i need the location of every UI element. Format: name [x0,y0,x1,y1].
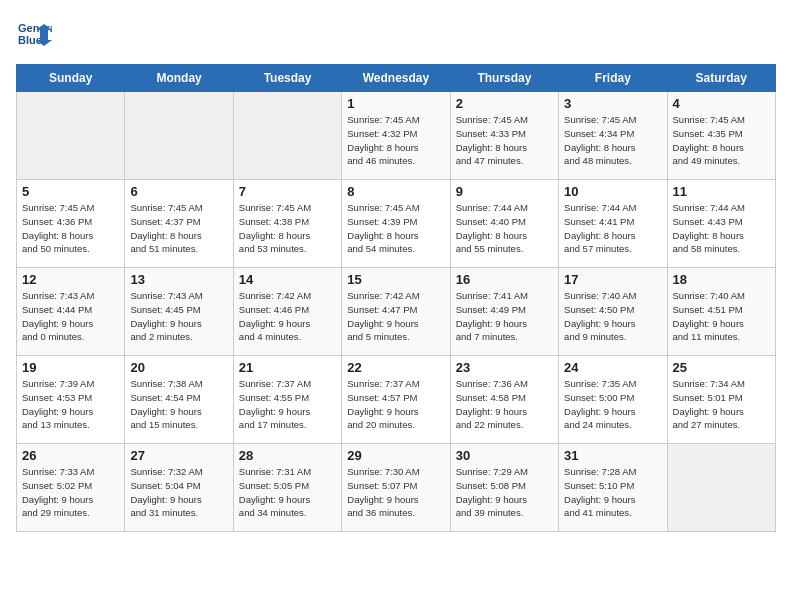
calendar-cell: 18Sunrise: 7:40 AM Sunset: 4:51 PM Dayli… [667,268,775,356]
calendar-week-3: 12Sunrise: 7:43 AM Sunset: 4:44 PM Dayli… [17,268,776,356]
calendar-cell [125,92,233,180]
day-info: Sunrise: 7:32 AM Sunset: 5:04 PM Dayligh… [130,465,227,520]
calendar-cell: 19Sunrise: 7:39 AM Sunset: 4:53 PM Dayli… [17,356,125,444]
day-info: Sunrise: 7:44 AM Sunset: 4:40 PM Dayligh… [456,201,553,256]
calendar-cell: 30Sunrise: 7:29 AM Sunset: 5:08 PM Dayli… [450,444,558,532]
calendar-cell: 28Sunrise: 7:31 AM Sunset: 5:05 PM Dayli… [233,444,341,532]
day-info: Sunrise: 7:43 AM Sunset: 4:45 PM Dayligh… [130,289,227,344]
calendar-week-1: 1Sunrise: 7:45 AM Sunset: 4:32 PM Daylig… [17,92,776,180]
day-info: Sunrise: 7:44 AM Sunset: 4:41 PM Dayligh… [564,201,661,256]
calendar-cell: 31Sunrise: 7:28 AM Sunset: 5:10 PM Dayli… [559,444,667,532]
day-info: Sunrise: 7:34 AM Sunset: 5:01 PM Dayligh… [673,377,770,432]
calendar-cell [17,92,125,180]
day-info: Sunrise: 7:45 AM Sunset: 4:34 PM Dayligh… [564,113,661,168]
day-number: 8 [347,184,444,199]
calendar-cell: 13Sunrise: 7:43 AM Sunset: 4:45 PM Dayli… [125,268,233,356]
day-info: Sunrise: 7:45 AM Sunset: 4:35 PM Dayligh… [673,113,770,168]
day-info: Sunrise: 7:42 AM Sunset: 4:47 PM Dayligh… [347,289,444,344]
day-info: Sunrise: 7:29 AM Sunset: 5:08 PM Dayligh… [456,465,553,520]
day-number: 28 [239,448,336,463]
calendar-cell [233,92,341,180]
day-number: 13 [130,272,227,287]
day-number: 2 [456,96,553,111]
calendar-week-5: 26Sunrise: 7:33 AM Sunset: 5:02 PM Dayli… [17,444,776,532]
day-number: 10 [564,184,661,199]
day-info: Sunrise: 7:45 AM Sunset: 4:32 PM Dayligh… [347,113,444,168]
calendar-week-2: 5Sunrise: 7:45 AM Sunset: 4:36 PM Daylig… [17,180,776,268]
day-info: Sunrise: 7:45 AM Sunset: 4:36 PM Dayligh… [22,201,119,256]
day-info: Sunrise: 7:31 AM Sunset: 5:05 PM Dayligh… [239,465,336,520]
calendar-cell: 29Sunrise: 7:30 AM Sunset: 5:07 PM Dayli… [342,444,450,532]
weekday-header-friday: Friday [559,65,667,92]
day-number: 26 [22,448,119,463]
weekday-header-sunday: Sunday [17,65,125,92]
weekday-header-monday: Monday [125,65,233,92]
day-info: Sunrise: 7:43 AM Sunset: 4:44 PM Dayligh… [22,289,119,344]
calendar-cell: 17Sunrise: 7:40 AM Sunset: 4:50 PM Dayli… [559,268,667,356]
day-info: Sunrise: 7:41 AM Sunset: 4:49 PM Dayligh… [456,289,553,344]
calendar-cell: 11Sunrise: 7:44 AM Sunset: 4:43 PM Dayli… [667,180,775,268]
day-number: 9 [456,184,553,199]
calendar-cell: 7Sunrise: 7:45 AM Sunset: 4:38 PM Daylig… [233,180,341,268]
calendar-cell: 10Sunrise: 7:44 AM Sunset: 4:41 PM Dayli… [559,180,667,268]
day-number: 30 [456,448,553,463]
day-info: Sunrise: 7:39 AM Sunset: 4:53 PM Dayligh… [22,377,119,432]
logo-icon: General Blue [16,16,52,52]
calendar-cell: 3Sunrise: 7:45 AM Sunset: 4:34 PM Daylig… [559,92,667,180]
day-info: Sunrise: 7:33 AM Sunset: 5:02 PM Dayligh… [22,465,119,520]
day-info: Sunrise: 7:30 AM Sunset: 5:07 PM Dayligh… [347,465,444,520]
day-info: Sunrise: 7:42 AM Sunset: 4:46 PM Dayligh… [239,289,336,344]
weekday-header-saturday: Saturday [667,65,775,92]
calendar-cell: 9Sunrise: 7:44 AM Sunset: 4:40 PM Daylig… [450,180,558,268]
calendar-cell: 15Sunrise: 7:42 AM Sunset: 4:47 PM Dayli… [342,268,450,356]
day-info: Sunrise: 7:40 AM Sunset: 4:50 PM Dayligh… [564,289,661,344]
day-number: 15 [347,272,444,287]
calendar-cell: 6Sunrise: 7:45 AM Sunset: 4:37 PM Daylig… [125,180,233,268]
logo: General Blue [16,16,56,52]
day-number: 22 [347,360,444,375]
calendar-table: SundayMondayTuesdayWednesdayThursdayFrid… [16,64,776,532]
day-number: 27 [130,448,227,463]
day-info: Sunrise: 7:45 AM Sunset: 4:33 PM Dayligh… [456,113,553,168]
day-info: Sunrise: 7:28 AM Sunset: 5:10 PM Dayligh… [564,465,661,520]
weekday-header-thursday: Thursday [450,65,558,92]
day-number: 20 [130,360,227,375]
calendar-cell: 2Sunrise: 7:45 AM Sunset: 4:33 PM Daylig… [450,92,558,180]
page-header: General Blue [16,16,776,52]
day-number: 1 [347,96,444,111]
calendar-cell: 14Sunrise: 7:42 AM Sunset: 4:46 PM Dayli… [233,268,341,356]
calendar-cell: 5Sunrise: 7:45 AM Sunset: 4:36 PM Daylig… [17,180,125,268]
calendar-cell [667,444,775,532]
calendar-cell: 24Sunrise: 7:35 AM Sunset: 5:00 PM Dayli… [559,356,667,444]
day-number: 3 [564,96,661,111]
calendar-cell: 25Sunrise: 7:34 AM Sunset: 5:01 PM Dayli… [667,356,775,444]
calendar-cell: 27Sunrise: 7:32 AM Sunset: 5:04 PM Dayli… [125,444,233,532]
day-number: 11 [673,184,770,199]
day-number: 14 [239,272,336,287]
day-info: Sunrise: 7:35 AM Sunset: 5:00 PM Dayligh… [564,377,661,432]
day-number: 5 [22,184,119,199]
day-info: Sunrise: 7:45 AM Sunset: 4:38 PM Dayligh… [239,201,336,256]
calendar-cell: 23Sunrise: 7:36 AM Sunset: 4:58 PM Dayli… [450,356,558,444]
day-number: 31 [564,448,661,463]
day-info: Sunrise: 7:40 AM Sunset: 4:51 PM Dayligh… [673,289,770,344]
day-info: Sunrise: 7:44 AM Sunset: 4:43 PM Dayligh… [673,201,770,256]
day-info: Sunrise: 7:37 AM Sunset: 4:55 PM Dayligh… [239,377,336,432]
calendar-header: SundayMondayTuesdayWednesdayThursdayFrid… [17,65,776,92]
day-number: 17 [564,272,661,287]
day-number: 21 [239,360,336,375]
day-info: Sunrise: 7:36 AM Sunset: 4:58 PM Dayligh… [456,377,553,432]
day-number: 25 [673,360,770,375]
day-number: 24 [564,360,661,375]
calendar-cell: 16Sunrise: 7:41 AM Sunset: 4:49 PM Dayli… [450,268,558,356]
day-number: 23 [456,360,553,375]
calendar-cell: 8Sunrise: 7:45 AM Sunset: 4:39 PM Daylig… [342,180,450,268]
calendar-cell: 1Sunrise: 7:45 AM Sunset: 4:32 PM Daylig… [342,92,450,180]
weekday-header-tuesday: Tuesday [233,65,341,92]
day-info: Sunrise: 7:45 AM Sunset: 4:37 PM Dayligh… [130,201,227,256]
day-number: 29 [347,448,444,463]
day-number: 7 [239,184,336,199]
day-number: 6 [130,184,227,199]
weekday-header-wednesday: Wednesday [342,65,450,92]
calendar-week-4: 19Sunrise: 7:39 AM Sunset: 4:53 PM Dayli… [17,356,776,444]
